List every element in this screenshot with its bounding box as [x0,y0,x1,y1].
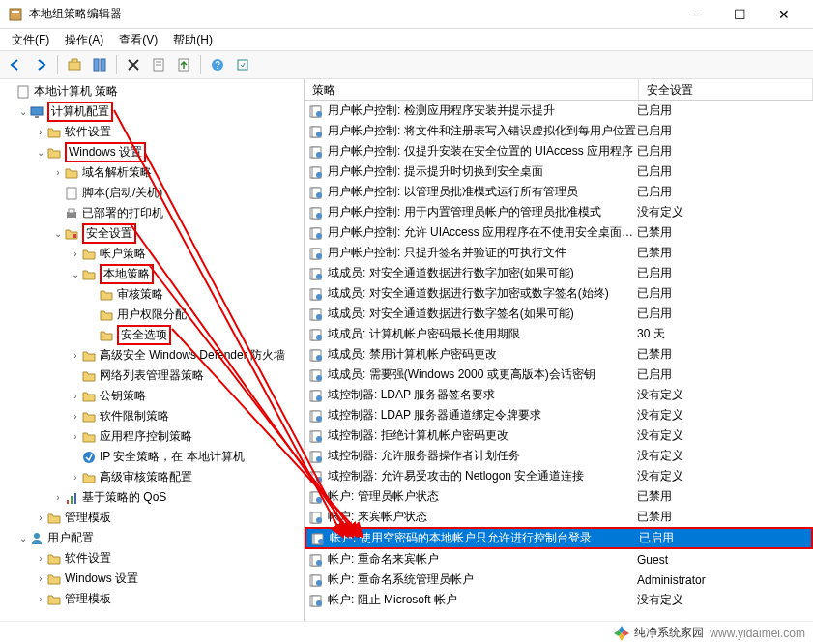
expand-icon[interactable]: › [70,411,81,422]
policy-row[interactable]: 用户帐户控制: 将文件和注册表写入错误虚拟化到每用户位置已启用 [305,121,813,141]
expand-icon[interactable]: › [35,512,46,523]
properties-button[interactable] [147,53,170,76]
expand-icon[interactable]: › [35,553,46,564]
tree-software-settings[interactable]: › 软件设置 [0,122,304,142]
policy-row[interactable]: 用户帐户控制: 提示提升时切换到安全桌面已启用 [305,161,813,182]
tree-admin-templates[interactable]: › 管理模板 [0,508,304,528]
policy-row[interactable]: 帐户: 使用空密码的本地帐户只允许进行控制台登录已启用 [305,527,813,549]
svg-point-83 [316,497,322,503]
tree-security-options[interactable]: 安全选项 [0,325,304,345]
policy-row[interactable]: 域成员: 计算机帐户密码最长使用期限30 天 [305,324,813,344]
policy-row[interactable]: 帐户: 管理员帐户状态已禁用 [305,486,813,507]
tree-qos[interactable]: › 基于策略的 QoS [0,487,304,508]
policy-value: Guest [637,553,668,567]
policy-row[interactable]: 域控制器: 允许易受攻击的 Netlogon 安全通道连接没有定义 [305,466,813,486]
forward-button[interactable] [29,53,52,76]
tree-defender-firewall[interactable]: › 高级安全 Windows Defender 防火墙 [0,345,304,366]
policy-name: 用户帐户控制: 将文件和注册表写入错误虚拟化到每用户位置 [328,123,637,139]
export-button[interactable] [172,53,195,76]
tree-root[interactable]: 本地计算机 策略 [0,81,304,102]
expand-icon[interactable]: › [70,249,81,259]
collapse-icon[interactable]: ⌄ [52,228,64,239]
tree-network-list[interactable]: 网络列表管理器策略 [0,366,304,386]
minimize-button[interactable]: ─ [675,0,718,29]
expand-icon[interactable]: › [35,573,46,584]
tree-security-settings[interactable]: ⌄ 安全设置 [0,223,304,244]
policy-row[interactable]: 帐户: 重命名来宾帐户Guest [305,549,813,570]
menu-help[interactable]: 帮助(H) [167,30,218,50]
tree-account-policies[interactable]: › 帐户策略 [0,244,304,264]
tree-user-config[interactable]: ⌄ 用户配置 [0,528,304,548]
tree-public-key[interactable]: › 公钥策略 [0,386,304,406]
policy-row[interactable]: 域控制器: 允许服务器操作者计划任务没有定义 [305,446,813,466]
tree-advanced-audit[interactable]: › 高级审核策略配置 [0,467,304,487]
policy-value: 没有定义 [637,592,683,608]
policy-item-icon [308,185,324,200]
policy-row[interactable]: 域成员: 对安全通道数据进行数字加密或数字签名(始终)已启用 [305,283,813,304]
tree-ip-security[interactable]: IP 安全策略，在 本地计算机 [0,447,304,467]
show-hide-button[interactable] [88,53,111,76]
collapse-icon[interactable]: ⌄ [70,269,81,279]
policy-name: 帐户: 管理员帐户状态 [328,488,637,505]
expand-icon[interactable]: › [35,127,46,137]
expand-icon[interactable]: › [70,472,81,483]
expand-icon[interactable]: › [52,492,64,503]
column-security-setting[interactable]: 安全设置 [639,79,813,100]
policy-row[interactable]: 域控制器: LDAP 服务器通道绑定令牌要求没有定义 [305,405,813,425]
policy-row[interactable]: 域控制器: 拒绝计算机帐户密码更改没有定义 [305,425,813,446]
policy-row[interactable]: 用户帐户控制: 仅提升安装在安全位置的 UIAccess 应用程序已启用 [305,141,813,161]
svg-point-47 [316,253,322,259]
policy-row[interactable]: 帐户: 来宾帐户状态已禁用 [305,507,813,527]
help-button[interactable]: ? [206,53,229,76]
policy-row[interactable]: 域成员: 需要强(Windows 2000 或更高版本)会话密钥已启用 [305,365,813,385]
tree-user-admin-templates[interactable]: › 管理模板 [0,589,304,609]
policy-row[interactable]: 域控制器: LDAP 服务器签名要求没有定义 [305,385,813,405]
tree-audit-policy[interactable]: 审核策略 [0,284,304,305]
menu-action[interactable]: 操作(A) [59,30,109,50]
tree-pane[interactable]: 本地计算机 策略 ⌄ 计算机配置 › 软件设置 ⌄ Windows 设置 › 域… [0,79,305,621]
menu-file[interactable]: 文件(F) [6,30,55,50]
svg-rect-1 [12,11,19,13]
refresh-button[interactable] [231,53,254,76]
policy-row[interactable]: 用户帐户控制: 允许 UIAccess 应用程序在不使用安全桌面…已禁用 [305,222,813,243]
policy-row[interactable]: 帐户: 重命名系统管理员帐户Administrator [305,570,813,590]
policy-row[interactable]: 用户帐户控制: 只提升签名并验证的可执行文件已禁用 [305,243,813,263]
tree-user-windows[interactable]: › Windows 设置 [0,569,304,589]
expand-icon[interactable]: › [70,350,81,361]
policy-item-icon [308,408,324,424]
tree-local-policies[interactable]: ⌄ 本地策略 [0,264,304,284]
collapse-icon[interactable]: ⌄ [17,533,29,543]
expand-icon[interactable]: › [70,431,81,442]
tree-windows-settings[interactable]: ⌄ Windows 设置 [0,142,304,162]
collapse-icon[interactable]: ⌄ [17,106,29,117]
back-button[interactable] [4,53,27,76]
expand-icon[interactable]: › [52,167,64,178]
tree-app-control[interactable]: › 应用程序控制策略 [0,426,304,447]
tree-deployed-printers[interactable]: 已部署的打印机 [0,203,304,223]
close-button[interactable]: ✕ [762,0,805,29]
policy-name: 帐户: 来宾帐户状态 [328,509,637,525]
expand-icon[interactable]: › [70,391,81,401]
policy-row[interactable]: 用户帐户控制: 用于内置管理员帐户的管理员批准模式没有定义 [305,202,813,222]
policy-row[interactable]: 域成员: 对安全通道数据进行数字加密(如果可能)已启用 [305,263,813,283]
tree-user-software[interactable]: › 软件设置 [0,548,304,569]
maximize-button[interactable]: ☐ [718,0,762,29]
policy-row[interactable]: 用户帐户控制: 以管理员批准模式运行所有管理员已启用 [305,182,813,202]
tree-software-restriction[interactable]: › 软件限制策略 [0,406,304,426]
policy-row[interactable]: 帐户: 阻止 Microsoft 帐户没有定义 [305,590,813,610]
list-body[interactable]: 用户帐户控制: 检测应用程序安装并提示提升已启用用户帐户控制: 将文件和注册表写… [305,101,813,621]
policy-row[interactable]: 域成员: 禁用计算机帐户密码更改已禁用 [305,344,813,365]
tree-user-rights[interactable]: 用户权限分配 [0,305,304,325]
tree-computer-config[interactable]: ⌄ 计算机配置 [0,102,304,122]
expand-icon[interactable]: › [35,594,46,604]
up-button[interactable] [63,53,86,76]
tree-name-resolution[interactable]: › 域名解析策略 [0,162,304,183]
policy-row[interactable]: 用户帐户控制: 检测应用程序安装并提示提升已启用 [305,101,813,121]
menu-view[interactable]: 查看(V) [113,30,163,50]
delete-button[interactable] [122,53,145,76]
policy-name: 域成员: 对安全通道数据进行数字加密或数字签名(始终) [328,285,637,302]
tree-scripts[interactable]: 脚本(启动/关机) [0,183,304,203]
column-policy[interactable]: 策略 [305,79,639,100]
collapse-icon[interactable]: ⌄ [35,147,46,158]
policy-row[interactable]: 域成员: 对安全通道数据进行数字签名(如果可能)已启用 [305,304,813,324]
